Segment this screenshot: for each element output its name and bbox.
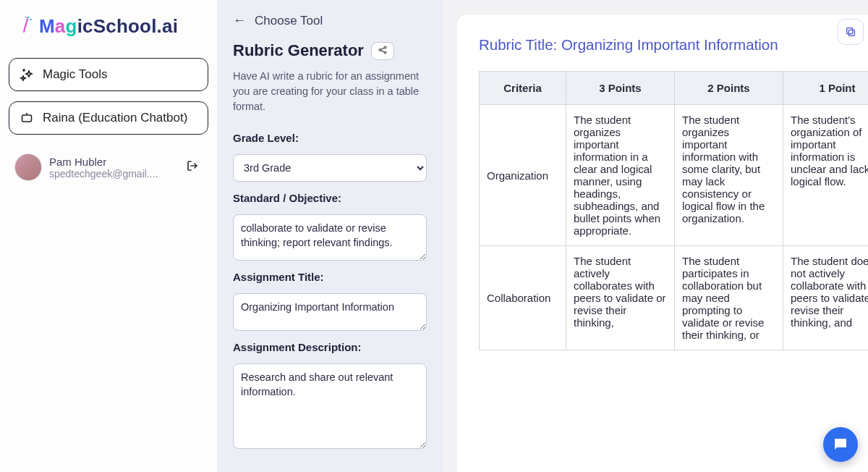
logout-icon[interactable] [182,156,203,179]
bot-icon [20,111,34,125]
rubric-cell: The student participates in collaboratio… [675,246,783,350]
svg-point-5 [384,46,386,49]
rubric-cell: The student's organization of important … [783,105,869,246]
rubric-cell: The student does not actively collaborat… [783,246,869,350]
svg-rect-3 [22,115,32,122]
col-header: 2 Points [675,72,783,105]
assignment-description-textarea[interactable] [233,363,427,449]
assignment-title-input[interactable] [233,293,427,331]
svg-rect-7 [848,30,854,35]
output-panel: Rubric Title: Organizing Important Infor… [443,0,868,472]
nav-magic-tools[interactable]: Magic Tools [9,58,208,91]
table-row: Organization The student organizes impor… [480,105,869,246]
nav-raina-chatbot[interactable]: Raina (Education Chatbot) [9,101,208,135]
sparkles-icon [20,67,34,82]
label-grade: Grade Level: [233,132,427,144]
back-arrow-icon[interactable]: ← [233,13,246,28]
criteria-cell: Organization [480,105,566,246]
back-label: Choose Tool [255,14,323,28]
rubric-cell: The student organizes important informat… [566,105,675,246]
brand-text: MagicSchool.ai [39,15,178,38]
wand-icon [19,14,35,38]
label-description: Assignment Description: [233,341,427,353]
col-header: Criteria [480,72,566,105]
nav-label: Raina (Education Chatbot) [43,111,187,125]
tool-description: Have AI write a rubric for an assignment… [233,69,427,114]
col-header: 3 Points [566,72,675,105]
copy-button[interactable] [838,19,864,45]
user-email: spedtechgeek@gmail.... [49,168,175,180]
svg-point-6 [384,51,386,54]
chat-fab[interactable] [823,427,858,462]
user-card: Pam Hubler spedtechgeek@gmail.... [9,148,208,187]
table-row: Collaboration The student actively colla… [480,246,869,350]
user-name: Pam Hubler [49,156,175,168]
brand-logo: MagicSchool.ai [9,10,208,48]
left-sidebar: MagicSchool.ai Magic Tools Raina (Educat… [0,0,217,472]
avatar [14,153,42,181]
output-card: Rubric Title: Organizing Important Infor… [457,14,868,472]
grade-level-select[interactable]: 3rd Grade [233,154,427,182]
tool-form-panel: ← Choose Tool Rubric Generator Have AI w… [217,0,443,472]
col-header: 1 Point [783,72,869,105]
svg-point-0 [27,17,30,19]
rubric-table: Criteria 3 Points 2 Points 1 Point Organ… [479,71,868,350]
svg-point-1 [30,19,31,20]
label-title: Assignment Title: [233,271,427,283]
svg-point-4 [379,49,381,51]
rubric-cell: The student organizes important informat… [675,105,783,246]
svg-point-2 [25,17,27,18]
nav-label: Magic Tools [43,67,107,82]
rubric-cell: The student actively collaborates with p… [566,246,675,350]
share-button[interactable] [371,42,394,60]
label-objective: Standard / Objective: [233,192,427,204]
rubric-title: Rubric Title: Organizing Important Infor… [479,36,846,54]
criteria-cell: Collaboration [480,246,566,350]
tool-title: Rubric Generator [233,41,364,60]
objective-textarea[interactable] [233,214,427,261]
svg-rect-8 [847,28,853,34]
